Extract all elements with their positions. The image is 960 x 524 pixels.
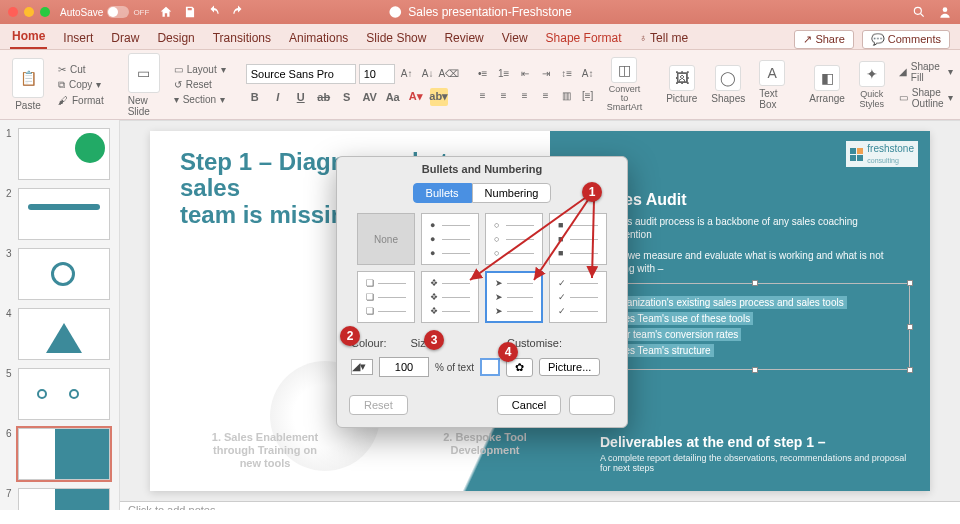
minimize-window-icon[interactable]	[24, 7, 34, 17]
numbering-button[interactable]: 1≡	[495, 65, 513, 83]
shapes-button[interactable]: ◯Shapes	[707, 63, 749, 106]
align-justify-button[interactable]: ≡	[537, 87, 555, 105]
undo-icon[interactable]	[207, 5, 221, 19]
indent-inc-button[interactable]: ⇥	[537, 65, 555, 83]
bullets-tab[interactable]: Bullets	[413, 183, 472, 203]
bullet-square[interactable]: ■■■	[549, 213, 607, 265]
font-size-select[interactable]	[359, 64, 395, 84]
strike-button[interactable]: ab	[315, 88, 333, 106]
align-left-button[interactable]: ≡	[474, 87, 492, 105]
columns-button[interactable]: ▥	[558, 87, 576, 105]
align-center-button[interactable]: ≡	[495, 87, 513, 105]
textbox-button[interactable]: AText Box	[755, 58, 789, 112]
convert-smartart-button[interactable]: ◫ Convert to SmartArt	[603, 55, 647, 114]
colour-picker[interactable]: ◢▾	[351, 359, 373, 375]
thumbnail-5[interactable]	[18, 368, 110, 420]
dialog-reset-button[interactable]: Reset	[349, 395, 408, 415]
picture-bullet-button[interactable]: Picture...	[539, 358, 600, 376]
bullets-button[interactable]: •≡	[474, 65, 492, 83]
highlight-button[interactable]: ab▾	[430, 88, 448, 106]
bullet-diamond[interactable]: ❖❖❖	[421, 271, 479, 323]
toggle-icon[interactable]	[107, 6, 129, 18]
thumbnail-1[interactable]	[18, 128, 110, 180]
line-spacing-button[interactable]: ↕≡	[558, 65, 576, 83]
annotation-4: 4	[498, 342, 518, 362]
save-icon[interactable]	[183, 5, 197, 19]
redo-icon[interactable]	[231, 5, 245, 19]
bulleted-list[interactable]: Organization's existing sales process an…	[607, 297, 903, 356]
copy-button[interactable]: ⧉ Copy ▾	[54, 78, 108, 92]
shape-fill-button[interactable]: ◢ Shape Fill ▾	[895, 60, 957, 84]
tab-review[interactable]: Review	[442, 27, 485, 49]
align-text-button[interactable]: [≡]	[579, 87, 597, 105]
close-window-icon[interactable]	[8, 7, 18, 17]
smartart-icon[interactable]: ◫	[611, 57, 637, 83]
tab-transitions[interactable]: Transitions	[211, 27, 273, 49]
home-icon[interactable]	[159, 5, 173, 19]
underline-button[interactable]: U	[292, 88, 310, 106]
decrease-font-icon[interactable]: A↓	[419, 65, 437, 83]
tab-tell-me[interactable]: Tell me	[638, 27, 691, 49]
thumbnail-2[interactable]	[18, 188, 110, 240]
reset-button[interactable]: ↺ Reset	[170, 78, 230, 91]
bold-button[interactable]: B	[246, 88, 264, 106]
bullet-circle[interactable]: ○○○	[485, 213, 543, 265]
quick-styles-button[interactable]: ✦Quick Styles	[855, 59, 889, 111]
tab-insert[interactable]: Insert	[61, 27, 95, 49]
thumbnail-6[interactable]	[18, 428, 110, 480]
font-color-button[interactable]: A▾	[407, 88, 425, 106]
tab-animations[interactable]: Animations	[287, 27, 350, 49]
audit-p2: Thus, we measure and evaluate what is wo…	[600, 249, 910, 275]
tab-home[interactable]: Home	[10, 25, 47, 49]
tab-draw[interactable]: Draw	[109, 27, 141, 49]
customise-character-button[interactable]	[480, 358, 500, 376]
font-name-select[interactable]	[246, 64, 356, 84]
slide-thumbnails-pane[interactable]: 1 2 3 4 5 6 7 8	[0, 120, 120, 510]
indent-dec-button[interactable]: ⇤	[516, 65, 534, 83]
thumbnail-4[interactable]	[18, 308, 110, 360]
account-icon[interactable]	[938, 5, 952, 19]
notes-pane[interactable]: Click to add notes	[120, 501, 960, 510]
change-case-button[interactable]: Aa	[384, 88, 402, 106]
text-direction-button[interactable]: A↕	[579, 65, 597, 83]
shape-outline-button[interactable]: ▭ Shape Outline ▾	[895, 86, 957, 110]
dialog-cancel-button[interactable]: Cancel	[497, 395, 561, 415]
tab-design[interactable]: Design	[155, 27, 196, 49]
tab-shape-format[interactable]: Shape Format	[544, 27, 624, 49]
paste-icon[interactable]: 📋	[12, 58, 44, 98]
cut-button[interactable]: ✂ Cut	[54, 63, 108, 76]
bullet-hollow-square[interactable]: ❏❏❏	[357, 271, 415, 323]
maximize-window-icon[interactable]	[40, 7, 50, 17]
new-slide-button[interactable]: ▭ New Slide	[124, 51, 164, 119]
paste-group[interactable]: 📋 Paste	[8, 56, 48, 113]
bullet-disc[interactable]: ●●●	[421, 213, 479, 265]
new-slide-icon[interactable]: ▭	[128, 53, 160, 93]
bullet-arrow[interactable]: ➤➤➤	[485, 271, 543, 323]
increase-font-icon[interactable]: A↑	[398, 65, 416, 83]
align-right-button[interactable]: ≡	[516, 87, 534, 105]
section-button[interactable]: ▾ Section ▾	[170, 93, 230, 106]
italic-button[interactable]: I	[269, 88, 287, 106]
arrange-button[interactable]: ◧Arrange	[805, 63, 849, 106]
thumbnail-3[interactable]	[18, 248, 110, 300]
layout-button[interactable]: ▭ Layout ▾	[170, 63, 230, 76]
char-spacing-button[interactable]: AV	[361, 88, 379, 106]
format-painter-button[interactable]: 🖌 Format	[54, 94, 108, 107]
tab-view[interactable]: View	[500, 27, 530, 49]
dialog-ok-button[interactable]: OK	[569, 395, 615, 415]
picture-button[interactable]: 🖼Picture	[662, 63, 701, 106]
size-input[interactable]	[379, 357, 429, 377]
thumbnail-7[interactable]	[18, 488, 110, 510]
tab-slideshow[interactable]: Slide Show	[364, 27, 428, 49]
share-button[interactable]: ↗ Share	[794, 30, 853, 49]
autosave-toggle[interactable]: AutoSave OFF	[60, 6, 149, 18]
search-icon[interactable]	[912, 5, 926, 19]
bullet-check[interactable]: ✓✓✓	[549, 271, 607, 323]
bullet-none[interactable]: None	[357, 213, 415, 265]
clear-format-icon[interactable]: A⌫	[440, 65, 458, 83]
numbering-tab[interactable]: Numbering	[472, 183, 552, 203]
comments-button[interactable]: 💬 Comments	[862, 30, 950, 49]
selected-text-box[interactable]: Organization's existing sales process an…	[600, 283, 910, 370]
shadow-button[interactable]: S	[338, 88, 356, 106]
bullet-style-grid: None ●●● ○○○ ■■■ ❏❏❏ ❖❖❖ ➤➤➤ ✓✓✓	[337, 213, 627, 323]
